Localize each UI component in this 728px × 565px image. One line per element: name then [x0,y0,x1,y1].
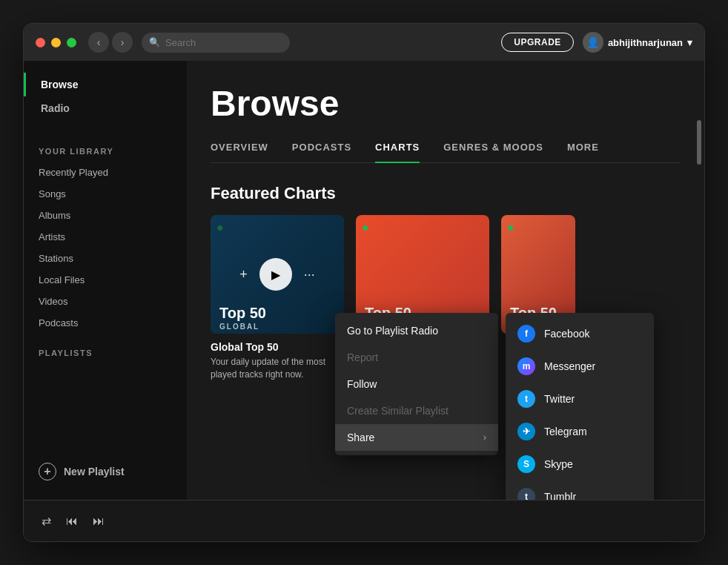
featured-charts-title: Featured Charts [211,184,681,203]
player-bar: ⇄ ⏮ ⏭ [24,500,704,541]
context-menu-create-similar: Create Similar Playlist [335,397,498,424]
spotify-icon-3: ● [507,221,514,234]
previous-icon[interactable]: ⏮ [66,515,78,528]
sidebar-item-stations[interactable]: Stations [24,248,187,269]
search-container: 🔍 [142,33,290,53]
close-button[interactable] [36,38,45,47]
context-menu-playlist-radio[interactable]: Go to Playlist Radio [335,317,498,344]
context-menu-report: Report [335,344,498,371]
sidebar-item-radio[interactable]: Radio [24,96,187,120]
share-submenu-arrow: › [483,432,486,443]
spotify-icon-2: ● [362,221,369,234]
stations-label: Stations [39,253,73,264]
chart-card-1: ● + ▶ ··· Top 50 GLOBAL Global Top 50 Yo… [211,215,344,381]
skype-label: Skype [544,458,573,470]
sidebar-nav: Browse Radio [24,61,187,132]
artists-label: Artists [39,231,65,242]
chart-info-1: Global Top 50 Your daily update of the m… [211,341,344,381]
content-area: Browse OVERVIEW PODCASTS CHARTS GENRES &… [187,61,704,500]
next-icon[interactable]: ⏭ [93,515,105,528]
playlist-radio-label: Go to Playlist Radio [347,325,438,337]
title-bar: ‹ › 🔍 UPGRADE 👤 abhijithnarjunan ▾ [24,24,704,61]
sidebar-item-local-files[interactable]: Local Files [24,269,187,291]
play-button-1[interactable]: ▶ [259,258,292,291]
share-twitter[interactable]: t Twitter [506,383,654,415]
maximize-button[interactable] [67,38,76,47]
context-menu-follow[interactable]: Follow [335,371,498,397]
skype-icon: S [517,455,535,473]
telegram-icon: ✈ [517,423,535,440]
report-label: Report [347,351,378,363]
new-playlist-button[interactable]: + New Playlist [24,455,187,488]
sidebar-item-browse[interactable]: Browse [24,73,187,96]
add-icon-1[interactable]: + [239,267,248,282]
videos-label: Videos [39,296,68,307]
local-files-label: Local Files [39,274,85,285]
main-layout: Browse Radio YOUR LIBRARY Recently Playe… [24,61,704,500]
sidebar-item-videos[interactable]: Videos [24,291,187,312]
chart-desc-1: Your daily update of the most played tra… [211,356,344,381]
context-menu: Go to Playlist Radio Report Follow Creat… [335,313,498,455]
sidebar: Browse Radio YOUR LIBRARY Recently Playe… [24,61,187,500]
forward-button[interactable]: › [112,32,133,53]
tab-more[interactable]: MORE [567,142,599,163]
sidebar-item-podcasts[interactable]: Podcasts [24,312,187,334]
follow-label: Follow [347,378,377,390]
app-window: ‹ › 🔍 UPGRADE 👤 abhijithnarjunan ▾ Brows… [23,23,705,542]
radio-label: Radio [41,102,70,114]
window-controls [36,38,76,47]
messenger-label: Messenger [544,360,595,372]
create-similar-label: Create Similar Playlist [347,405,449,417]
chart-sublabel-1: GLOBAL [219,323,259,331]
scrollbar[interactable] [697,120,701,165]
tab-genres-moods[interactable]: GENRES & MOODS [443,142,543,163]
tumblr-icon: t [517,488,535,500]
tab-podcasts[interactable]: PODCASTS [292,142,351,163]
plus-icon: + [39,463,56,480]
share-facebook[interactable]: f Facebook [506,317,654,350]
back-button[interactable]: ‹ [88,32,109,53]
tabs: OVERVIEW PODCASTS CHARTS GENRES & MOODS … [211,142,681,163]
albums-label: Albums [39,210,70,221]
shuffle-icon[interactable]: ⇄ [42,514,51,528]
sidebar-item-recently-played[interactable]: Recently Played [24,162,187,183]
facebook-icon: f [517,325,535,343]
playlists-label: PLAYLISTS [24,334,187,363]
share-tumblr[interactable]: t Tumblr [506,480,654,500]
sidebar-item-artists[interactable]: Artists [24,226,187,248]
tab-overview[interactable]: OVERVIEW [211,142,268,163]
chart-label-1: Top 50 [219,305,266,322]
minimize-button[interactable] [51,38,61,47]
username: abhijithnarjunan [608,37,683,48]
tumblr-label: Tumblr [544,491,576,500]
ellipsis-icon-1[interactable]: ··· [304,267,315,282]
twitter-icon: t [517,390,535,408]
recently-played-label: Recently Played [39,167,108,178]
browse-label: Browse [41,79,79,90]
messenger-icon: m [517,357,535,375]
header-right: UPGRADE 👤 abhijithnarjunan ▾ [501,32,692,53]
player-controls: ⇄ ⏮ ⏭ [42,514,105,528]
user-menu[interactable]: 👤 abhijithnarjunan ▾ [583,32,692,53]
upgrade-button[interactable]: UPGRADE [501,33,574,52]
search-input[interactable] [142,33,290,53]
share-messenger[interactable]: m Messenger [506,350,654,383]
chevron-down-icon: ▾ [687,37,692,48]
context-menu-share[interactable]: Share › [335,424,498,451]
avatar: 👤 [583,32,603,53]
share-label: Share [347,432,374,443]
podcasts-label: Podcasts [39,317,78,328]
share-skype[interactable]: S Skype [506,448,654,480]
facebook-label: Facebook [544,328,589,340]
share-telegram[interactable]: ✈ Telegram [506,415,654,448]
sidebar-item-albums[interactable]: Albums [24,205,187,226]
tab-charts[interactable]: CHARTS [375,142,420,163]
share-submenu: f Facebook m Messenger t Twitter ✈ Teleg… [506,313,654,500]
page-title: Browse [211,83,681,124]
nav-arrows: ‹ › [88,32,133,53]
chart-name-1: Global Top 50 [211,341,344,353]
new-playlist-label: New Playlist [64,466,125,478]
library-items: Recently Played Songs Albums Artists Sta… [24,162,187,334]
chart-card-global[interactable]: ● + ▶ ··· Top 50 GLOBAL [211,215,344,334]
sidebar-item-songs[interactable]: Songs [24,183,187,205]
